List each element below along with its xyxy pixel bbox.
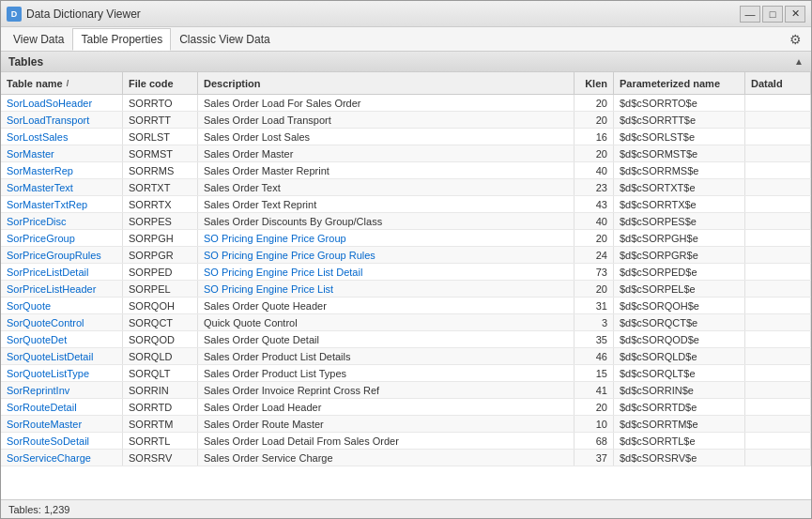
cell-name[interactable]: SorServiceCharge xyxy=(1,450,123,466)
table-row[interactable]: SorLoadSoHeader SORRTO Sales Order Load … xyxy=(1,95,811,112)
cell-filecode: SORQLD xyxy=(123,348,198,364)
cell-name[interactable]: SorPriceListDetail xyxy=(1,264,123,280)
cell-desc: SO Pricing Engine Price List Detail xyxy=(198,264,575,280)
cell-name[interactable]: SorQuoteListType xyxy=(1,365,123,381)
cell-name[interactable]: SorPriceGroup xyxy=(1,230,123,246)
cell-filecode: SORPEL xyxy=(123,281,198,297)
gear-button[interactable]: ⚙ xyxy=(785,30,805,49)
cell-name[interactable]: SorMaster xyxy=(1,145,123,161)
minimize-button[interactable]: — xyxy=(740,6,760,23)
table-row[interactable]: SorLoadTransport SORRTT Sales Order Load… xyxy=(1,112,811,129)
cell-klen: 23 xyxy=(575,179,614,195)
menu-classic-view-data[interactable]: Classic View Data xyxy=(171,28,278,51)
cell-name[interactable]: SorRouteDetail xyxy=(1,399,123,415)
cell-filecode: SORQOH xyxy=(123,298,198,313)
cell-filecode: SORRTO xyxy=(123,95,198,111)
cell-dataid xyxy=(745,145,811,161)
table-row[interactable]: SorQuoteListType SORQLT Sales Order Prod… xyxy=(1,365,811,382)
cell-filecode: SORRMS xyxy=(123,162,198,178)
table-row[interactable]: SorServiceCharge SORSRV Sales Order Serv… xyxy=(1,450,811,466)
table-row[interactable]: SorRouteDetail SORRTD Sales Order Load H… xyxy=(1,399,811,416)
cell-desc: Sales Order Product List Details xyxy=(198,348,575,364)
title-bar: D Data Dictionary Viewer — □ ✕ xyxy=(1,1,811,27)
table-row[interactable]: SorPriceGroup SORPGH SO Pricing Engine P… xyxy=(1,230,811,247)
table-row[interactable]: SorMasterRep SORRMS Sales Order Master R… xyxy=(1,162,811,179)
cell-name[interactable]: SorQuoteListDetail xyxy=(1,348,123,364)
table-row[interactable]: SorRouteSoDetail SORRTL Sales Order Load… xyxy=(1,433,811,450)
table-row[interactable]: SorPriceGroupRules SORPGR SO Pricing Eng… xyxy=(1,247,811,264)
cell-filecode: SORRTM xyxy=(123,416,198,432)
cell-name[interactable]: SorPriceDisc xyxy=(1,213,123,229)
cell-name[interactable]: SorReprintInv xyxy=(1,382,123,398)
cell-param: $d$cSORLST$e xyxy=(614,129,745,145)
maximize-button[interactable]: □ xyxy=(762,6,783,23)
cell-name[interactable]: SorPriceGroupRules xyxy=(1,247,123,263)
cell-dataid xyxy=(745,382,811,398)
col-header-filecode[interactable]: File code xyxy=(123,72,198,94)
cell-param: $d$cSORRTT$e xyxy=(614,112,745,128)
cell-name[interactable]: SorMasterRep xyxy=(1,162,123,178)
status-bar: Tables: 1,239 xyxy=(1,499,811,518)
cell-name[interactable]: SorQuoteDet xyxy=(1,331,123,347)
cell-name[interactable]: SorMasterText xyxy=(1,179,123,195)
cell-name[interactable]: SorLoadSoHeader xyxy=(1,95,123,111)
table-row[interactable]: SorPriceListDetail SORPED SO Pricing Eng… xyxy=(1,264,811,281)
cell-klen: 40 xyxy=(575,162,614,178)
cell-name[interactable]: SorPriceListHeader xyxy=(1,281,123,297)
cell-param: $d$cSORPES$e xyxy=(614,213,745,229)
cell-filecode: SORQOD xyxy=(123,331,198,347)
cell-name[interactable]: SorQuote xyxy=(1,298,123,313)
cell-desc: Sales Order Product List Types xyxy=(198,365,575,381)
cell-klen: 20 xyxy=(575,399,614,415)
cell-desc: Sales Order Route Master xyxy=(198,416,575,432)
cell-name[interactable]: SorLostSales xyxy=(1,129,123,145)
cell-klen: 68 xyxy=(575,433,614,449)
menu-view-data[interactable]: View Data xyxy=(5,28,72,51)
table-row[interactable]: SorRouteMaster SORRTM Sales Order Route … xyxy=(1,416,811,433)
cell-dataid xyxy=(745,314,811,330)
table-row[interactable]: SorQuote SORQOH Sales Order Quote Header… xyxy=(1,298,811,314)
cell-desc: Sales Order Load Transport xyxy=(198,112,575,128)
col-header-param[interactable]: Parameterized name xyxy=(614,72,745,94)
table-row[interactable]: SorLostSales SORLST Sales Order Lost Sal… xyxy=(1,129,811,145)
table-row[interactable]: SorReprintInv SORRIN Sales Order Invoice… xyxy=(1,382,811,399)
table-row[interactable]: SorPriceListHeader SORPEL SO Pricing Eng… xyxy=(1,281,811,298)
col-header-name[interactable]: Table name / xyxy=(1,72,123,94)
table-header: Table name / File code Description Klen … xyxy=(1,72,811,95)
cell-dataid xyxy=(745,365,811,381)
cell-name[interactable]: SorLoadTransport xyxy=(1,112,123,128)
cell-param: $d$cSORRTO$e xyxy=(614,95,745,111)
cell-param: $d$cSORPGH$e xyxy=(614,230,745,246)
cell-filecode: SORQLT xyxy=(123,365,198,381)
cell-filecode: SORQCT xyxy=(123,314,198,330)
cell-param: $d$cSORRMS$e xyxy=(614,162,745,178)
cell-desc: Sales Order Quote Detail xyxy=(198,331,575,347)
cell-name[interactable]: SorRouteMaster xyxy=(1,416,123,432)
table-row[interactable]: SorQuoteListDetail SORQLD Sales Order Pr… xyxy=(1,348,811,365)
close-button[interactable]: ✕ xyxy=(785,6,805,23)
cell-dataid xyxy=(745,348,811,364)
menu-table-properties[interactable]: Table Properties xyxy=(72,28,171,51)
cell-dataid xyxy=(745,95,811,111)
table-row[interactable]: SorMaster SORMST Sales Order Master 20 $… xyxy=(1,145,811,162)
cell-name[interactable]: SorQuoteControl xyxy=(1,314,123,330)
cell-name[interactable]: SorMasterTxtRep xyxy=(1,196,123,212)
cell-param: $d$cSORQCT$e xyxy=(614,314,745,330)
table-area: SorLoadSoHeader SORRTO Sales Order Load … xyxy=(1,95,811,499)
cell-desc: Sales Order Quote Header xyxy=(198,298,575,313)
cell-filecode: SORTXT xyxy=(123,179,198,195)
cell-dataid xyxy=(745,399,811,415)
table-row[interactable]: SorPriceDisc SORPES Sales Order Discount… xyxy=(1,213,811,230)
table-body: SorLoadSoHeader SORRTO Sales Order Load … xyxy=(1,95,811,499)
table-row[interactable]: SorQuoteControl SORQCT Quick Quote Contr… xyxy=(1,314,811,331)
table-row[interactable]: SorMasterTxtRep SORRTX Sales Order Text … xyxy=(1,196,811,213)
cell-filecode: SORRTL xyxy=(123,433,198,449)
col-header-dataid[interactable]: DataId xyxy=(745,72,811,94)
table-row[interactable]: SorQuoteDet SORQOD Sales Order Quote Det… xyxy=(1,331,811,348)
col-header-klen[interactable]: Klen xyxy=(575,72,614,94)
col-header-desc[interactable]: Description xyxy=(198,72,575,94)
window-controls: — □ ✕ xyxy=(740,6,805,23)
table-row[interactable]: SorMasterText SORTXT Sales Order Text 23… xyxy=(1,179,811,196)
cell-klen: 43 xyxy=(575,196,614,212)
cell-name[interactable]: SorRouteSoDetail xyxy=(1,433,123,449)
